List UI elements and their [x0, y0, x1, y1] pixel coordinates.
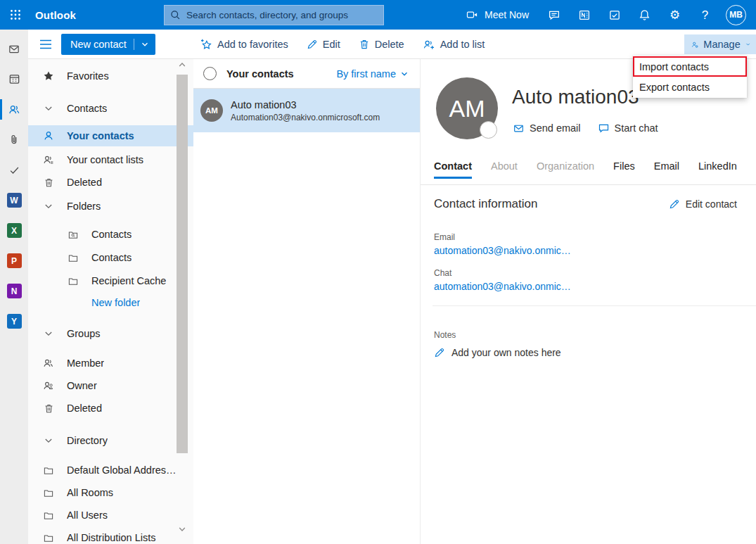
- sidebar-item-deleted[interactable]: Deleted: [28, 172, 193, 192]
- search-icon: [170, 10, 181, 20]
- email-field-value[interactable]: automation03@nakivo.onmic…: [434, 245, 571, 256]
- sidebar-scrollbar[interactable]: [177, 59, 188, 544]
- new-contact-dropdown-button[interactable]: [134, 40, 155, 49]
- contact-quick-actions: Send email Start chat: [513, 122, 658, 134]
- menu-item-export-contacts[interactable]: Export contacts: [633, 77, 747, 97]
- menu-item-import-contacts[interactable]: Import contacts: [633, 56, 747, 77]
- word-icon: W: [7, 193, 22, 208]
- rail-people-button[interactable]: [0, 94, 28, 125]
- folder-icon: [67, 253, 79, 263]
- edit-contact-button[interactable]: Edit contact: [669, 198, 737, 210]
- folder-icon: [42, 488, 55, 498]
- add-to-list-button[interactable]: Add to list: [423, 39, 485, 51]
- contact-item-text: Auto mation03 Automation03@nakivo.onmicr…: [231, 99, 380, 122]
- rail-calendar-button[interactable]: [0, 64, 28, 94]
- contact-list-pane: Your contacts By first name AM Auto mati…: [193, 59, 421, 544]
- notifications-button[interactable]: [629, 0, 660, 30]
- sidebar-item-default-global-address[interactable]: Default Global Addres…: [28, 460, 193, 480]
- collapse-nav-button[interactable]: [37, 37, 54, 52]
- edit-label: Edit: [323, 39, 340, 50]
- section-title: Contact information: [434, 197, 537, 211]
- send-email-button[interactable]: Send email: [513, 122, 581, 134]
- tab-linkedin[interactable]: LinkedIn: [698, 160, 737, 179]
- sidebar-new-folder-link[interactable]: New folder: [28, 293, 193, 312]
- field-email: Email automation03@nakivo.onmic…: [434, 232, 571, 256]
- rail-word-button[interactable]: W: [0, 185, 28, 215]
- delete-button[interactable]: Delete: [359, 39, 404, 50]
- person-icon: [42, 130, 55, 141]
- sidebar-item-your-contacts[interactable]: Your contacts: [28, 125, 193, 146]
- sort-dropdown[interactable]: By first name: [336, 68, 409, 80]
- sidebar-item-your-contact-lists[interactable]: Your contact lists: [28, 150, 193, 170]
- sidebar-group-contacts[interactable]: Contacts: [28, 99, 193, 118]
- manage-button[interactable]: Manage: [684, 34, 756, 54]
- rail-mail-button[interactable]: [0, 34, 28, 64]
- help-button[interactable]: ?: [690, 0, 720, 30]
- tab-contact[interactable]: Contact: [434, 160, 472, 179]
- chevron-down-icon: [42, 201, 55, 211]
- new-contact-button[interactable]: New contact: [61, 39, 134, 50]
- sidebar-item-owner[interactable]: Owner: [28, 376, 193, 396]
- sidebar-group-groups[interactable]: Groups: [28, 324, 193, 343]
- app-launcher-button[interactable]: [0, 0, 31, 30]
- tab-organization[interactable]: Organization: [537, 160, 594, 179]
- todo-button[interactable]: [599, 0, 629, 30]
- contact-list-title: Your contacts: [226, 68, 294, 80]
- add-to-favorites-button[interactable]: Add to favorites: [200, 39, 288, 51]
- rail-excel-button[interactable]: X: [0, 215, 28, 246]
- rail-powerpoint-button[interactable]: P: [0, 246, 28, 276]
- command-actions: Add to favorites Edit Delete: [200, 30, 485, 59]
- meet-now-button[interactable]: Meet Now: [459, 0, 539, 30]
- folder-search-icon: [67, 229, 79, 240]
- scrollbar-thumb[interactable]: [177, 75, 188, 453]
- contact-list-header: Your contacts By first name: [193, 59, 420, 89]
- onenote-feed-button[interactable]: [569, 0, 599, 30]
- new-contact-split-button[interactable]: New contact: [61, 34, 155, 55]
- edit-button[interactable]: Edit: [307, 39, 340, 50]
- sidebar-item-all-distribution-lists[interactable]: All Distribution Lists: [28, 528, 193, 544]
- start-chat-button[interactable]: Start chat: [598, 122, 658, 134]
- tab-files[interactable]: Files: [613, 160, 635, 179]
- people-badge-icon: [42, 380, 55, 391]
- sidebar-item-all-users[interactable]: All Users: [28, 505, 193, 525]
- meet-now-label: Meet Now: [485, 9, 529, 20]
- search-box[interactable]: [164, 5, 384, 25]
- person-gear-icon: [691, 39, 698, 51]
- chat-icon: [548, 9, 560, 21]
- chat-button[interactable]: [539, 0, 569, 30]
- scroll-down-icon[interactable]: [177, 525, 188, 535]
- envelope-icon: [513, 123, 525, 134]
- sidebar-item-favorites[interactable]: Favorites: [28, 66, 193, 86]
- trash-icon: [42, 177, 55, 188]
- people-add-icon: [423, 39, 435, 51]
- rail-files-button[interactable]: [0, 125, 28, 155]
- tab-about[interactable]: About: [491, 160, 518, 179]
- select-all-checkbox[interactable]: [203, 67, 217, 80]
- add-notes-button[interactable]: Add your own notes here: [434, 347, 561, 358]
- tab-email[interactable]: Email: [654, 160, 679, 179]
- sidebar-item-member[interactable]: Member: [28, 353, 193, 373]
- rail-yammer-button[interactable]: Y: [0, 306, 28, 336]
- sidebar-group-folders[interactable]: Folders: [28, 196, 193, 216]
- checkmark-icon: [8, 165, 20, 176]
- contact-list-item[interactable]: AM Auto mation03 Automation03@nakivo.onm…: [193, 89, 420, 132]
- hamburger-icon: [39, 39, 52, 49]
- chat-field-value[interactable]: automation03@nakivo.onmic…: [434, 281, 571, 292]
- sidebar-item-all-rooms[interactable]: All Rooms: [28, 483, 193, 502]
- account-avatar[interactable]: MB: [726, 5, 746, 25]
- sidebar-item-recipient-cache[interactable]: Recipient Cache: [28, 271, 193, 291]
- rail-todo-button[interactable]: [0, 155, 28, 185]
- detail-tabs: Contact About Organization Files Email L…: [434, 160, 737, 179]
- search-input[interactable]: [186, 10, 378, 20]
- onenote-feed-icon: [578, 9, 591, 21]
- rail-onenote-button[interactable]: N: [0, 276, 28, 306]
- sidebar-item-groups-deleted[interactable]: Deleted: [28, 398, 193, 418]
- powerpoint-icon: P: [7, 253, 22, 268]
- people-icon: [42, 358, 55, 369]
- sidebar-item-contacts-folder[interactable]: Contacts: [28, 248, 193, 267]
- sidebar-group-directory[interactable]: Directory: [28, 431, 193, 450]
- gear-icon: ⚙: [669, 9, 680, 21]
- sidebar-item-contacts-search-folder[interactable]: Contacts: [28, 224, 193, 244]
- scroll-up-icon[interactable]: [177, 61, 188, 70]
- settings-button[interactable]: ⚙: [660, 0, 690, 30]
